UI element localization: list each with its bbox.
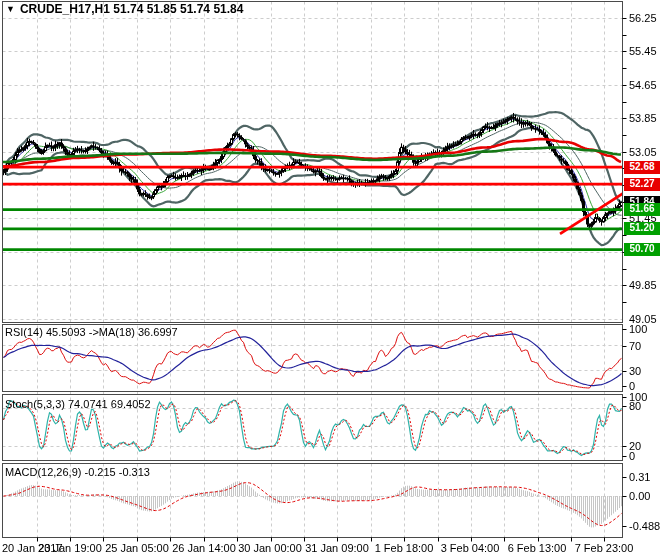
time-axis-label: 3 Feb 04:00 (436, 542, 504, 554)
time-axis-label: 1 Feb 18:00 (370, 542, 438, 554)
indicator-axis-label: 100 (629, 323, 647, 335)
time-axis-label: 31 Jan 09:00 (303, 542, 371, 554)
price-badge-support-2: 51.20 (624, 222, 660, 235)
time-axis-label: 7 Feb 23:00 (570, 542, 638, 554)
time-axis-label: 25 Jan 05:00 (103, 542, 171, 554)
time-axis-label: 26 Jan 14:00 (170, 542, 238, 554)
indicator-axis-label: 0.00 (629, 490, 650, 502)
chart-title: CRUDE_H17,H1 51.74 51.85 51.74 51.84 (20, 2, 243, 16)
indicator-axis-label: 0.31 (629, 471, 650, 483)
indicator-axis-label: 80 (629, 400, 641, 412)
indicator-axis-label: 30 (629, 365, 641, 377)
price-axis-label: 53.85 (629, 112, 657, 124)
chart-title-bar: ▼ CRUDE_H17,H1 51.74 51.85 51.74 51.84 (6, 2, 243, 16)
price-badge-resistance-2: 52.27 (624, 178, 660, 191)
price-badge-support-3: 50.70 (624, 243, 660, 256)
macd-indicator-label: MACD(12,26,9) -0.215 -0.313 (5, 466, 150, 478)
price-badge-support-1: 51.66 (624, 203, 660, 216)
price-axis-label: 49.85 (629, 279, 657, 291)
indicator-axis-label: 0 (629, 450, 635, 462)
stochastic-indicator-label: Stoch(5,3,3) 74.0741 69.4052 (5, 398, 151, 410)
chart-window: ▼ CRUDE_H17,H1 51.74 51.85 51.74 51.84 R… (0, 0, 660, 560)
time-axis-label: 30 Jan 00:00 (236, 542, 304, 554)
time-axis-label: 23 Jan 19:00 (36, 542, 104, 554)
price-badge-resistance-1: 52.68 (624, 161, 660, 174)
indicator-axis-label: 70 (629, 340, 641, 352)
price-axis-label: 53.05 (629, 146, 657, 158)
rsi-indicator-label: RSI(14) 45.5093 ->MA(18) 36.6997 (5, 326, 178, 338)
indicator-axis-label: -0.488 (629, 520, 660, 532)
price-axis-label: 54.65 (629, 79, 657, 91)
time-axis-label: 6 Feb 13:00 (503, 542, 571, 554)
price-axis-label: 55.45 (629, 45, 657, 57)
price-axis-label: 56.25 (629, 12, 657, 24)
symbol-dropdown-icon[interactable]: ▼ (6, 3, 15, 15)
